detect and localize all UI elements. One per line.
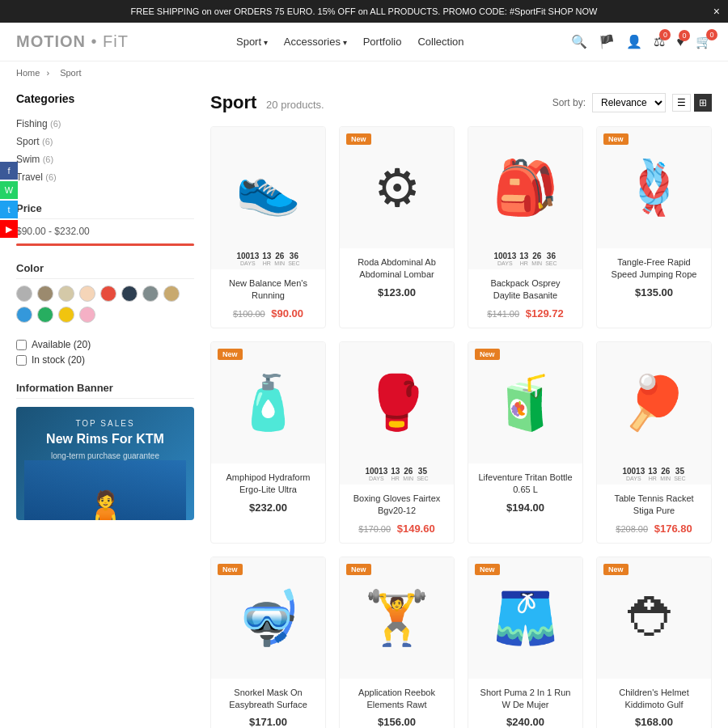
product-card-8[interactable]: 🏓 10013DAYS 13HR 26MIN 35SEC Table Tenni…	[596, 341, 712, 544]
price-only: $240.00	[506, 716, 544, 728]
color-swatch-red[interactable]	[100, 286, 116, 302]
new-badge: New	[218, 349, 243, 360]
availability-section: Available (20) In stock (20)	[16, 339, 194, 366]
color-swatch-yellow[interactable]	[58, 307, 74, 323]
product-card-2[interactable]: New ⚙ Roda Abdominal Ab Abdominal Lombar…	[339, 126, 455, 328]
nav-sport[interactable]: Sport	[236, 36, 268, 48]
category-list: Fishing (6) Sport (6) Swim (6) Travel (6…	[16, 115, 194, 186]
product-card-10[interactable]: New 🏋 Application Reebok Elements Rawt $…	[339, 557, 455, 728]
price-slider[interactable]	[16, 243, 194, 246]
categories-title: Categories	[16, 92, 194, 105]
wishlist-badge: 0	[679, 30, 690, 41]
product-name: Lifeventure Tritan Bottle 0.65 L	[476, 472, 574, 497]
product-name: Amphipod Hydraform Ergo-Lite Ultra	[219, 472, 317, 497]
price-title: Price	[16, 202, 194, 219]
product-image-wrapper: 🏓	[597, 342, 711, 463]
product-card-6[interactable]: 🥊 10013DAYS 13HR 26MIN 35SEC Boxing Glov…	[339, 341, 455, 544]
new-badge: New	[475, 349, 500, 360]
product-prices: $170.00 $149.60	[348, 523, 446, 535]
grid-view-button[interactable]: ⊞	[694, 94, 712, 112]
logo[interactable]: MOTION • FiT	[16, 32, 129, 51]
product-prices: $208.00 $176.80	[605, 523, 703, 535]
cart-button[interactable]: 🛒 0	[696, 34, 712, 49]
user-button[interactable]: 👤	[626, 34, 642, 49]
product-info: Roda Abdominal Ab Abdominal Lombar $123.…	[340, 248, 454, 307]
product-card-3[interactable]: 🎒 10013DAYS 13HR 26MIN 36SEC Backpack Os…	[468, 126, 583, 328]
sort-select[interactable]: Relevance	[592, 93, 666, 112]
color-swatch-blue[interactable]	[16, 307, 32, 323]
product-card-5[interactable]: New 🧴 Amphipod Hydraform Ergo-Lite Ultra…	[210, 341, 326, 544]
new-badge: New	[603, 564, 629, 575]
category-travel[interactable]: Travel (6)	[16, 168, 194, 186]
color-swatch-gold[interactable]	[163, 286, 180, 302]
product-info: Tangle-Free Rapid Speed Jumping Rope $13…	[597, 248, 711, 307]
view-icons: ☰ ⊞	[672, 94, 712, 112]
product-card-11[interactable]: New 🩳 Short Puma 2 In 1 Run W De Mujer $…	[468, 557, 583, 728]
color-swatch-slate[interactable]	[142, 286, 159, 302]
product-info: Snorkel Mask On Easybreath Surface $171.…	[211, 679, 325, 728]
main-layout: Categories Fishing (6) Sport (6) Swim (6…	[0, 84, 728, 728]
product-card-4[interactable]: New 🪢 Tangle-Free Rapid Speed Jumping Ro…	[596, 126, 712, 328]
new-badge: New	[475, 564, 500, 575]
new-badge: New	[603, 133, 629, 145]
flag-button[interactable]: 🏴	[599, 34, 615, 49]
available-checkbox-input[interactable]	[16, 340, 27, 350]
product-grid: 👟 10013DAYS 13HR 26MIN 36SEC New Balance…	[210, 126, 712, 728]
product-info: Amphipod Hydraform Ergo-Lite Ultra $232.…	[211, 463, 325, 522]
product-card-12[interactable]: New ⛑ Children's Helmet Kiddimoto Gulf $…	[596, 557, 712, 728]
price-only: $123.00	[378, 286, 416, 298]
price-original: $141.00	[487, 309, 519, 319]
product-image-wrapper: New 🧴	[211, 342, 325, 463]
product-prices: $240.00	[476, 716, 574, 728]
product-info: Backpack Osprey Daylite Basanite $141.00…	[468, 269, 582, 328]
breadcrumb-home[interactable]: Home	[16, 68, 40, 78]
nav-accessories[interactable]: Accessories	[284, 36, 347, 48]
product-name: Children's Helmet Kiddimoto Gulf	[605, 687, 703, 712]
banner-close-button[interactable]: ×	[713, 5, 720, 18]
search-button[interactable]: 🔍	[571, 34, 587, 49]
price-only: $168.00	[635, 716, 673, 728]
countdown: 10013DAYS 13HR 26MIN 36SEC	[211, 248, 325, 269]
color-swatch-green[interactable]	[37, 307, 53, 323]
product-name: Application Reebok Elements Rawt	[348, 687, 446, 712]
in-stock-checkbox[interactable]: In stock (20)	[16, 354, 194, 366]
color-swatch-beige[interactable]	[58, 286, 74, 302]
price-original: $208.00	[616, 524, 648, 534]
product-image-wrapper: New 🪢	[597, 127, 711, 248]
product-prices: $171.00	[219, 716, 317, 728]
category-fishing[interactable]: Fishing (6)	[16, 115, 194, 133]
youtube-button[interactable]: ▶	[0, 220, 18, 238]
categories-section: Categories Fishing (6) Sport (6) Swim (6…	[16, 92, 194, 186]
product-info: Table Tennis Racket Stiga Pure $208.00 $…	[597, 485, 711, 543]
product-image-wrapper: New 🏋	[340, 557, 454, 679]
new-badge: New	[346, 133, 371, 145]
nav-collection[interactable]: Collection	[417, 36, 463, 48]
wishlist-button[interactable]: ♥ 0	[676, 35, 684, 49]
available-checkbox[interactable]: Available (20)	[16, 339, 194, 350]
price-current: $149.60	[397, 523, 435, 535]
products-area: Sport 20 products. Sort by: Relevance ☰ …	[210, 92, 712, 728]
product-card-1[interactable]: 👟 10013DAYS 13HR 26MIN 36SEC New Balance…	[210, 126, 326, 328]
product-card-9[interactable]: New 🤿 Snorkel Mask On Easybreath Surface…	[210, 557, 326, 728]
color-swatch-gray[interactable]	[16, 286, 32, 302]
product-prices: $156.00	[348, 716, 446, 728]
nav-portfolio[interactable]: Portfolio	[363, 36, 402, 48]
twitter-button[interactable]: t	[0, 201, 18, 218]
facebook-button[interactable]: f	[0, 162, 18, 180]
list-view-button[interactable]: ☰	[672, 94, 691, 112]
balance-button[interactable]: ⚖ 0	[654, 34, 665, 49]
category-swim[interactable]: Swim (6)	[16, 150, 194, 168]
color-swatch-darkblue[interactable]	[121, 286, 138, 302]
products-title: Sport	[210, 92, 256, 112]
in-stock-checkbox-input[interactable]	[16, 355, 27, 366]
products-title-area: Sport 20 products.	[210, 92, 324, 113]
whatsapp-button[interactable]: W	[0, 181, 18, 199]
balance-badge: 0	[659, 29, 671, 40]
color-swatch-tan[interactable]	[37, 286, 53, 302]
color-swatch-peach[interactable]	[79, 286, 95, 302]
product-info: New Balance Men's Running $100.00 $90.00	[211, 269, 325, 328]
category-sport[interactable]: Sport (6)	[16, 133, 194, 150]
products-count: 20 products.	[266, 99, 324, 111]
product-card-7[interactable]: New 🧃 Lifeventure Tritan Bottle 0.65 L $…	[468, 341, 583, 544]
color-swatch-pink[interactable]	[79, 307, 95, 323]
